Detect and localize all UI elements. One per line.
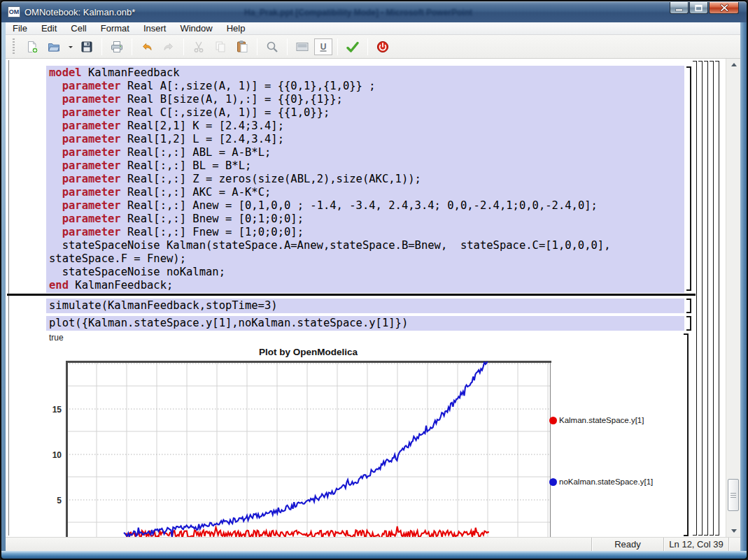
maximize-button[interactable]: [689, 2, 708, 14]
toolbar-evaluate-button[interactable]: [343, 38, 362, 56]
status-ready: Ready: [591, 538, 663, 551]
code-line[interactable]: parameter Real[:,:] AKC = A-K*C;: [49, 186, 684, 199]
minimize-button[interactable]: [670, 2, 689, 14]
toolbar-stop-button[interactable]: [373, 38, 393, 56]
minimize-icon: [670, 3, 688, 13]
group-cell-bracket-2[interactable]: [698, 61, 703, 536]
toolbar-print-button[interactable]: [107, 38, 127, 56]
code-line[interactable]: stateSpace.F = Fnew);: [49, 252, 684, 266]
toolbar-copy-button[interactable]: [211, 38, 230, 56]
code-line[interactable]: model KalmanFeedback: [49, 66, 684, 80]
menu-item-window[interactable]: Window: [173, 22, 219, 34]
plot-canvas[interactable]: 51015: [46, 345, 554, 537]
simulate-command[interactable]: simulate(KalmanFeedback,stopTime=3): [49, 299, 684, 313]
code-line[interactable]: end KalmanFeedback;: [49, 279, 684, 292]
toolbar-save-button[interactable]: [77, 38, 97, 56]
toolbar: U: [6, 35, 740, 59]
group-cell-divider: [7, 294, 696, 296]
code-line[interactable]: parameter Real[:,:] BL = B*L;: [49, 159, 684, 173]
view-left-edge: [8, 60, 9, 536]
toolbar-undo-button[interactable]: [137, 38, 157, 56]
background-window-title: Ha_Prak.ppt [Compatibility Mode] - Micro…: [215, 8, 502, 17]
toolbar-cut-button[interactable]: [189, 38, 209, 56]
svg-text:10: 10: [52, 450, 62, 460]
menu-item-file[interactable]: File: [6, 22, 34, 34]
menu-item-help[interactable]: Help: [220, 22, 253, 34]
scrollbar-thumb[interactable]: [728, 479, 739, 511]
arrow-up-icon: [731, 60, 737, 66]
menu-item-format[interactable]: Format: [94, 22, 136, 34]
svg-text:15: 15: [52, 405, 62, 415]
code-line[interactable]: parameter Real C[:,size(A, 1)] = {{1,0}}…: [49, 106, 684, 120]
arrow-down-icon: [731, 529, 737, 536]
window-border-bottom: [1, 551, 747, 559]
legend-item: Kalman.stateSpace.y[1]: [549, 415, 644, 425]
menu-item-cell[interactable]: Cell: [64, 22, 93, 34]
resize-grip[interactable]: [728, 538, 740, 551]
toolbar-separator: [287, 38, 288, 55]
toolbar-separator: [257, 38, 257, 55]
code-line[interactable]: parameter Real[2,1] K = [2.4;3.4];: [49, 120, 684, 133]
toolbar-drag-handle[interactable]: [13, 38, 15, 55]
toolbar-separator: [337, 38, 338, 55]
toolbar-image-button[interactable]: [292, 38, 312, 56]
code-line[interactable]: parameter Real[:,:] Fnew = [1;0;0;0];: [49, 226, 684, 239]
code-line[interactable]: parameter Real[:,:] ABL = A-B*L;: [49, 146, 684, 159]
title-bar[interactable]: OM OMNotebook: Kalman.onb* Ha_Prak.ppt […: [1, 1, 747, 22]
menu-item-insert[interactable]: Insert: [136, 22, 174, 34]
toolbar-open-button[interactable]: [44, 38, 64, 56]
input-cell-plot[interactable]: plot({Kalman.stateSpace.y[1],noKalman.st…: [46, 316, 684, 331]
group-cell-bracket-5[interactable]: [715, 61, 719, 536]
undo-icon: [140, 40, 154, 54]
copy-icon: [213, 40, 227, 54]
redo-icon: [162, 40, 176, 54]
legend-label: noKalman.stateSpace.y[1]: [559, 478, 653, 486]
power-icon: [376, 40, 390, 54]
toolbar-paste-button[interactable]: [232, 38, 252, 56]
vertical-scrollbar[interactable]: [726, 59, 740, 537]
cell-bracket-model[interactable]: [686, 66, 691, 291]
toolbar-separator: [367, 38, 368, 55]
code-line[interactable]: stateSpaceNoise noKalman;: [49, 266, 684, 279]
toolbar-redo-button[interactable]: [159, 38, 178, 56]
plot-command[interactable]: plot({Kalman.stateSpace.y[1],noKalman.st…: [49, 317, 684, 330]
status-bar: Ready Ln 12, Col 39: [6, 537, 740, 551]
code-line[interactable]: stateSpaceNoise Kalman(stateSpace.A=Anew…: [49, 239, 684, 252]
window-title: OMNotebook: Kalman.onb*: [24, 7, 135, 17]
output-text: true: [49, 333, 64, 343]
thumb-grip-icon: [731, 493, 736, 498]
new-icon: [25, 40, 39, 54]
group-cell-bracket-4[interactable]: [710, 61, 714, 536]
scroll-down-button[interactable]: [726, 525, 741, 537]
underline-icon: U: [316, 40, 330, 54]
toolbar-open-dropdown-button[interactable]: [66, 38, 75, 56]
toolbar-new-document-button[interactable]: [22, 38, 42, 56]
close-button[interactable]: [709, 2, 739, 14]
code-line[interactable]: parameter Real[:,:] Z = zeros(size(ABL,2…: [49, 173, 684, 186]
scroll-up-button[interactable]: [726, 59, 741, 71]
toolbar-find-button[interactable]: [262, 38, 282, 56]
toolbar-separator: [183, 38, 184, 55]
cell-bracket-output[interactable]: [684, 333, 689, 536]
code-line[interactable]: parameter Real A[:,size(A, 1)] = {{0,1},…: [49, 80, 684, 93]
check-icon: [346, 40, 360, 54]
toolbar-underline-button[interactable]: U: [314, 38, 332, 55]
code-line[interactable]: parameter Real B[size(A, 1),:] = {{0},{1…: [49, 93, 684, 106]
legend-dot-icon: [549, 417, 557, 424]
save-icon: [80, 40, 94, 54]
input-cell-simulate[interactable]: simulate(KalmanFeedback,stopTime=3): [46, 299, 684, 313]
cut-icon: [192, 40, 206, 54]
code-line[interactable]: parameter Real[:,:] Bnew = [0;1;0;0];: [49, 213, 684, 226]
window-controls: [670, 2, 739, 14]
input-cell-model[interactable]: model KalmanFeedback parameter Real A[:,…: [46, 66, 684, 293]
cell-bracket-simulate[interactable]: [686, 299, 691, 313]
cell-bracket-plot[interactable]: [686, 316, 691, 331]
image-icon: [295, 40, 309, 54]
group-cell-bracket-3[interactable]: [704, 61, 708, 536]
maximize-icon: [690, 3, 707, 13]
group-cell-bracket-1[interactable]: [693, 61, 697, 536]
toolbar-separator: [101, 38, 102, 55]
code-line[interactable]: parameter Real[:,:] Anew = [0,1,0,0 ; -1…: [49, 199, 684, 213]
code-line[interactable]: parameter Real[1,2] L = [2.4,3.4];: [49, 133, 684, 146]
menu-item-edit[interactable]: Edit: [34, 22, 64, 34]
